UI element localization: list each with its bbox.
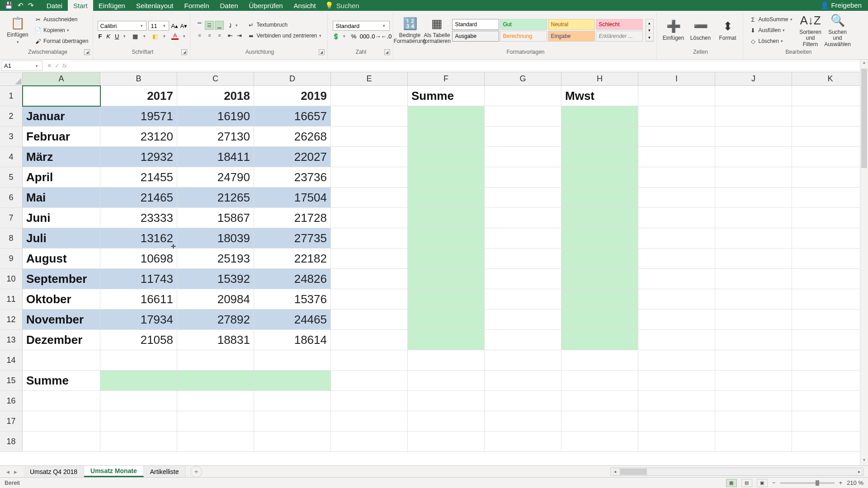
cell-I16[interactable]: [638, 391, 715, 411]
cell-D9[interactable]: 22182: [254, 249, 331, 269]
cell-G5[interactable]: [485, 167, 561, 188]
cell-E2[interactable]: [331, 106, 408, 127]
row-header-13[interactable]: 13: [0, 330, 23, 350]
cell-I9[interactable]: [638, 249, 715, 269]
cell-A5[interactable]: April: [23, 167, 100, 188]
cell-C15[interactable]: [177, 371, 254, 391]
cell-A12[interactable]: November: [23, 310, 100, 330]
cell-F14[interactable]: [408, 350, 485, 371]
cell-G17[interactable]: [485, 411, 561, 432]
border-icon[interactable]: ▦: [132, 33, 139, 40]
cell-K13[interactable]: [792, 330, 868, 350]
row-header-8[interactable]: 8: [0, 228, 23, 249]
cell-K17[interactable]: [792, 411, 868, 432]
fill-color-icon[interactable]: ◧: [151, 33, 159, 40]
cell-D16[interactable]: [254, 391, 331, 411]
cell-I10[interactable]: [638, 269, 715, 289]
italic-button[interactable]: K: [106, 33, 110, 40]
fx-icon[interactable]: fx: [62, 62, 67, 69]
font-dialog-launcher[interactable]: ◢: [181, 49, 187, 55]
cell-I2[interactable]: [638, 106, 715, 127]
orientation-icon[interactable]: ⤸: [226, 22, 234, 29]
cell-H9[interactable]: [561, 249, 638, 269]
cell-J13[interactable]: [715, 330, 792, 350]
fill-button[interactable]: ⬇Ausfüllen▾: [748, 26, 796, 35]
cell-K14[interactable]: [792, 350, 868, 371]
horizontal-scrollbar[interactable]: ◂▸: [220, 468, 863, 476]
cell-C5[interactable]: 24790: [177, 167, 254, 188]
cell-G1[interactable]: [485, 86, 561, 106]
row-header-14[interactable]: 14: [0, 350, 23, 371]
cell-A18[interactable]: [23, 432, 100, 452]
row-header-11[interactable]: 11: [0, 289, 23, 310]
col-header-F[interactable]: F: [408, 72, 485, 86]
cell-C18[interactable]: [177, 432, 254, 452]
zoom-out-button[interactable]: −: [772, 479, 776, 486]
cell-E13[interactable]: [331, 330, 408, 350]
merge-center-button[interactable]: ⬌Verbinden und zentrieren▾: [245, 31, 324, 40]
cell-E10[interactable]: [331, 269, 408, 289]
cell-D10[interactable]: 24826: [254, 269, 331, 289]
cell-H7[interactable]: [561, 208, 638, 228]
cell-H8[interactable]: [561, 228, 638, 249]
tab-datei[interactable]: Datei: [41, 0, 68, 11]
cell-E1[interactable]: [331, 86, 408, 106]
cell-F10[interactable]: [408, 269, 485, 289]
cell-C14[interactable]: [177, 350, 254, 371]
col-header-J[interactable]: J: [715, 72, 792, 86]
sheet-tab-umsatz-q4-2018[interactable]: Umsatz Q4 2018: [24, 466, 84, 477]
view-page-layout-button[interactable]: ▤: [741, 479, 752, 487]
cell-F9[interactable]: [408, 249, 485, 269]
cell-H2[interactable]: [561, 106, 638, 127]
cell-B8[interactable]: 13162✛: [100, 228, 177, 249]
cell-B9[interactable]: 10698: [100, 249, 177, 269]
row-header-1[interactable]: 1: [0, 86, 23, 106]
cell-G10[interactable]: [485, 269, 561, 289]
col-header-C[interactable]: C: [177, 72, 254, 86]
format-as-table-button[interactable]: ▦Als Tabelle formatieren: [425, 13, 449, 47]
cell-H14[interactable]: [561, 350, 638, 371]
cell-F8[interactable]: [408, 228, 485, 249]
cell-C17[interactable]: [177, 411, 254, 432]
cell-F4[interactable]: [408, 147, 485, 167]
cell-E11[interactable]: [331, 289, 408, 310]
find-select-button[interactable]: 🔍Suchen und Auswählen: [826, 13, 850, 47]
thousands-icon[interactable]: 000: [361, 33, 368, 40]
zoom-level[interactable]: 210 %: [847, 479, 863, 486]
cell-G7[interactable]: [485, 208, 561, 228]
cell-A8[interactable]: Juli: [23, 228, 100, 249]
cell-A4[interactable]: März: [23, 147, 100, 167]
cell-K5[interactable]: [792, 167, 868, 188]
tab-seitenlayout[interactable]: Seitenlayout: [131, 0, 179, 11]
cell-C11[interactable]: 20984: [177, 289, 254, 310]
cell-E8[interactable]: [331, 228, 408, 249]
cell-D13[interactable]: 18614: [254, 330, 331, 350]
cell-B10[interactable]: 11743: [100, 269, 177, 289]
cell-D1[interactable]: 2019: [254, 86, 331, 106]
cell-K12[interactable]: [792, 310, 868, 330]
save-icon[interactable]: 💾: [5, 1, 13, 9]
style-gallery-scroll[interactable]: ▴▾▾: [646, 19, 654, 42]
cell-F5[interactable]: [408, 167, 485, 188]
cell-G6[interactable]: [485, 188, 561, 208]
cell-B14[interactable]: [100, 350, 177, 371]
row-header-17[interactable]: 17: [0, 411, 23, 432]
col-header-D[interactable]: D: [254, 72, 331, 86]
cell-D4[interactable]: 22027: [254, 147, 331, 167]
style-eingabe[interactable]: Eingabe: [548, 31, 595, 42]
cell-E18[interactable]: [331, 432, 408, 452]
cell-C10[interactable]: 15392: [177, 269, 254, 289]
row-header-18[interactable]: 18: [0, 432, 23, 452]
cell-A3[interactable]: Februar: [23, 127, 100, 147]
cell-K16[interactable]: [792, 391, 868, 411]
cell-C13[interactable]: 18831: [177, 330, 254, 350]
cell-C7[interactable]: 15867: [177, 208, 254, 228]
cell-J7[interactable]: [715, 208, 792, 228]
cell-B13[interactable]: 21058: [100, 330, 177, 350]
cell-J17[interactable]: [715, 411, 792, 432]
cell-A2[interactable]: Januar: [23, 106, 100, 127]
cell-C2[interactable]: 16190: [177, 106, 254, 127]
decrease-font-icon[interactable]: A▾: [180, 22, 187, 29]
cell-E15[interactable]: [331, 371, 408, 391]
cell-H10[interactable]: [561, 269, 638, 289]
